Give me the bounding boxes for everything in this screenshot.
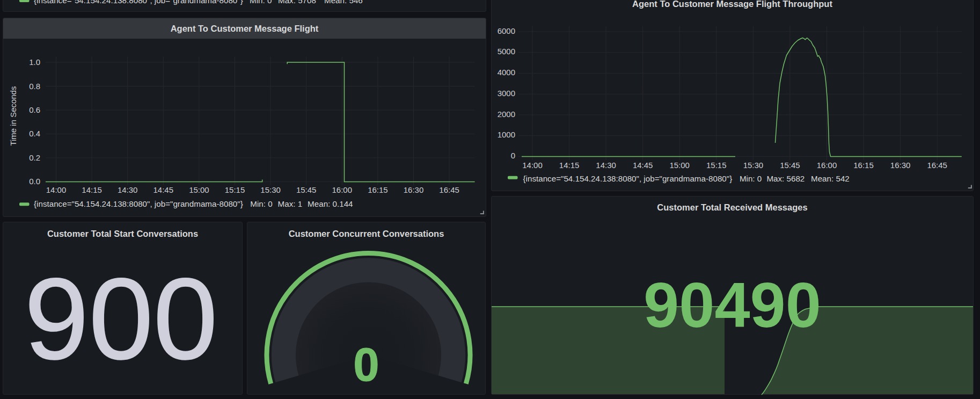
svg-text:Min: 0: Min: 0 <box>740 174 762 183</box>
svg-text:Min: 0: Min: 0 <box>250 199 272 208</box>
svg-text:15:15: 15:15 <box>706 161 727 170</box>
svg-text:14:30: 14:30 <box>596 161 616 170</box>
svg-text:14:00: 14:00 <box>522 161 543 170</box>
svg-text:0.8: 0.8 <box>29 82 40 91</box>
svg-text:6000: 6000 <box>498 26 515 35</box>
svg-text:16:00: 16:00 <box>332 185 353 194</box>
svg-text:{instance="54.154.24.138:8080": {instance="54.154.24.138:8080", job="gra… <box>34 0 243 5</box>
svg-text:Max: 5682: Max: 5682 <box>766 174 805 183</box>
svg-text:Min: 0: Min: 0 <box>250 0 272 5</box>
svg-text:{instance="54.154.24.138:8080": {instance="54.154.24.138:8080", job="gra… <box>34 199 243 208</box>
svg-text:3000: 3000 <box>498 89 515 98</box>
svg-text:1.0: 1.0 <box>29 57 40 67</box>
svg-text:15:00: 15:00 <box>669 161 690 170</box>
svg-text:16:45: 16:45 <box>439 185 459 194</box>
svg-text:Max: 1: Max: 1 <box>278 199 303 208</box>
svg-text:14:45: 14:45 <box>633 161 653 170</box>
svg-text:1000: 1000 <box>498 130 515 139</box>
svg-text:14:15: 14:15 <box>82 185 102 194</box>
svg-text:15:45: 15:45 <box>780 161 800 170</box>
svg-text:15:00: 15:00 <box>189 185 209 194</box>
svg-text:0.0: 0.0 <box>29 177 40 186</box>
svg-text:0.2: 0.2 <box>29 153 40 162</box>
svg-text:Max: 5708: Max: 5708 <box>278 0 316 5</box>
svg-text:15:15: 15:15 <box>225 185 245 194</box>
svg-text:4000: 4000 <box>498 68 515 77</box>
svg-text:14:30: 14:30 <box>118 185 138 194</box>
svg-text:15:30: 15:30 <box>260 185 281 194</box>
svg-text:0.4: 0.4 <box>29 129 40 138</box>
svg-text:15:45: 15:45 <box>296 185 317 194</box>
svg-text:16:15: 16:15 <box>853 161 874 170</box>
svg-text:{instance="54.154.24.138:8080": {instance="54.154.24.138:8080", job="gra… <box>523 174 733 183</box>
svg-text:Time in Seconds: Time in Seconds <box>9 86 18 146</box>
svg-text:14:45: 14:45 <box>153 185 174 194</box>
svg-text:0: 0 <box>511 151 515 160</box>
svg-text:Mean: 542: Mean: 542 <box>811 174 850 183</box>
svg-text:16:30: 16:30 <box>404 185 424 194</box>
svg-text:16:15: 16:15 <box>368 185 388 194</box>
svg-text:16:45: 16:45 <box>927 161 947 170</box>
svg-text:Mean: 546: Mean: 546 <box>324 0 363 5</box>
svg-text:16:00: 16:00 <box>817 161 837 170</box>
svg-text:2000: 2000 <box>498 110 515 119</box>
svg-text:14:00: 14:00 <box>46 185 67 194</box>
svg-text:0.6: 0.6 <box>29 105 40 114</box>
svg-text:5000: 5000 <box>498 47 515 56</box>
svg-text:Mean: 0.144: Mean: 0.144 <box>308 199 353 208</box>
svg-text:14:15: 14:15 <box>559 161 580 170</box>
svg-text:15:30: 15:30 <box>743 161 764 170</box>
svg-text:16:30: 16:30 <box>890 161 911 170</box>
